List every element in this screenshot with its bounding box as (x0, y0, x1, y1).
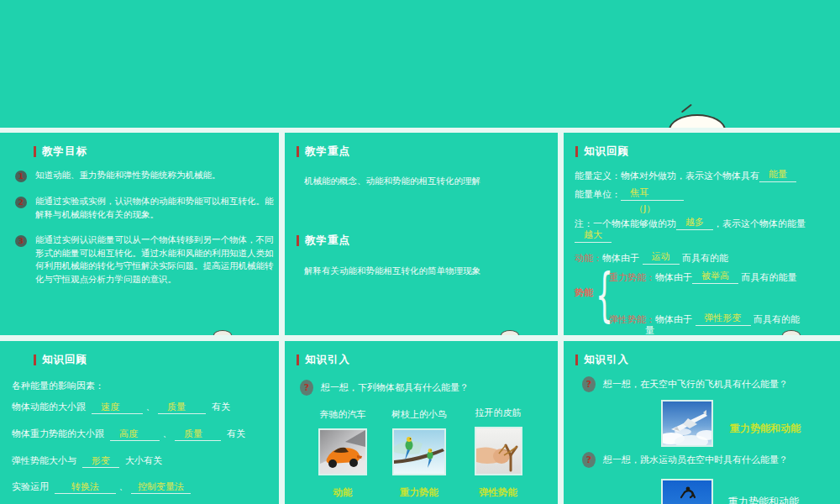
objective-item: 能通过实验或实例，认识物体的动能和势能可以相互转化。能解释与机械能转化有关的现象… (35, 195, 274, 221)
numbered-bullet: 3 (15, 235, 27, 247)
method-line: 实验运用 转换法 、 控制变量法 (12, 480, 268, 494)
question-row: ? 想一想，跳水运动员在空中时具有什么能量？ (582, 452, 788, 468)
car-photo (318, 428, 367, 475)
gravity-line: 重力势能： 物体由于 被举高 而具有的能量 (609, 270, 797, 284)
object-card-slingshot: 拉开的皮筋 弹性势能 (458, 407, 538, 499)
elastic-factors-line: 弹性势能大小与 形变 大小有关 (12, 454, 264, 468)
slide-teaching-objectives[interactable]: 教学目标 1 知道动能、重力势能和弹性势能统称为机械能。 2 能通过实验或实例，… (0, 133, 279, 335)
fill-in-answer: 高度 (110, 428, 160, 441)
objective-item: 能通过实例认识能量可以从一个物体转移到另一个物体，不同形式的能量可以相互转化。通… (35, 234, 274, 286)
title-accent-bar (575, 354, 578, 365)
keypoint-text: 解释有关动能和势能相互转化的简单物理现象 (304, 265, 548, 278)
gravity-term: 重力势能： (609, 271, 655, 284)
fill-in-answer: 弹性形变 (696, 312, 751, 326)
fill-in-answer: 转换法 (55, 481, 116, 494)
title-accent-bar (575, 146, 578, 157)
slide-title: 知识引入 (297, 353, 350, 367)
slide-title-partial[interactable] (0, 0, 840, 128)
question-row: ? 想一想，下列物体都具有什么能量？ (300, 380, 469, 396)
kinetic-factors-line: 物体动能的大小跟 速度 、 质量 有关 (12, 401, 264, 414)
question-mark-icon: ? (300, 380, 313, 396)
cartoon-doodle-tip (782, 330, 801, 335)
slide-teaching-keypoints[interactable]: 教学重点 机械能的概念、动能和势能的相互转化的理解 教学重点 解释有关动能和势能… (285, 133, 558, 335)
fill-in-answer: 被举高 (692, 270, 738, 284)
numbered-bullet: 2 (15, 197, 27, 208)
cartoon-doodle-stem (681, 104, 692, 113)
slide-knowledge-review-factors[interactable]: 知识回顾 各种能量的影响因素： 物体动能的大小跟 速度 、 质量 有关 物体重力… (0, 341, 279, 504)
fill-in-answer: 质量 (175, 428, 221, 441)
fill-in-answer: 越大 (575, 228, 612, 243)
fill-in-answer: 质量 (158, 402, 206, 414)
elastic-line-wrap: 量 (645, 324, 654, 335)
elastic-line: 弹性势能： 物体由于 弹性形变 而具有的能 (609, 312, 800, 326)
cartoon-doodle-top (669, 114, 726, 128)
cartoon-doodle-tip (213, 330, 232, 335)
answer-label: 动能 (333, 486, 353, 499)
title-accent-bar (34, 146, 36, 157)
slingshot-photo (475, 427, 522, 475)
question-mark-icon: ? (582, 376, 596, 392)
title-accent-bar (297, 235, 299, 246)
diver-photo (661, 479, 713, 504)
object-card-car: 奔驰的汽车 动能 (302, 408, 384, 499)
title-accent-bar (297, 354, 299, 365)
title-accent-bar (297, 146, 299, 157)
numbered-bullet: 1 (15, 171, 27, 182)
answer-label: 重力势能和动能 (730, 422, 801, 436)
slide-knowledge-review-energy[interactable]: 知识回顾 能量定义：物体对外做功，表示这个物体具有 能量 能量单位： 焦耳 （J… (564, 133, 840, 335)
keypoint-text: 机械能的概念、动能和势能的相互转化的理解 (304, 175, 548, 188)
fill-in-answer: 能量 (759, 168, 796, 182)
objective-item: 知道动能、重力势能和弹性势能统称为机械能。 (35, 169, 274, 182)
cartoon-doodle-tip (501, 330, 519, 335)
fill-in-answer: 控制变量法 (131, 481, 191, 494)
question-mark-icon: ? (582, 452, 596, 468)
birds-photo (392, 428, 446, 475)
answer-label: 重力势能和动能 (728, 495, 799, 504)
note-line-2: 越大 (575, 228, 612, 243)
unit-symbol: （J） (634, 202, 655, 215)
gravity-factors-line: 物体重力势能的大小跟 高度 、 质量 有关 (12, 428, 265, 441)
answer-label: 重力势能 (400, 486, 438, 499)
fill-in-answer: 越多 (676, 216, 713, 230)
factors-intro: 各种能量的影响因素： (12, 380, 104, 393)
definition-line: 能量定义：物体对外做功，表示这个物体具有 能量 (575, 168, 796, 182)
fill-in-answer: 速度 (92, 402, 143, 414)
title-accent-bar (34, 354, 36, 365)
slide-title: 教学目标 (34, 144, 87, 159)
fill-in-answer: 形变 (82, 455, 119, 468)
answer-label: 弹性势能 (479, 486, 517, 499)
slide-title: 教学重点 (297, 234, 350, 248)
slide-knowledge-intro-objects[interactable]: 知识引入 ? 想一想，下列物体都具有什么能量？ 奔驰的汽车 动能 树枝 (285, 341, 558, 504)
slide-title: 知识引入 (575, 353, 629, 367)
fill-in-answer: 焦耳 (621, 186, 684, 201)
unit-line: 能量单位： 焦耳 (575, 186, 684, 201)
slide-title: 教学重点 (297, 144, 350, 159)
question-row: ? 想一想，在天空中飞行的飞机具有什么能量？ (582, 376, 788, 392)
fill-in-answer: 运动 (643, 250, 680, 265)
object-card-birds: 树枝上的小鸟 (375, 408, 463, 499)
potential-term: 势能 (575, 286, 593, 299)
airplane-photo (661, 400, 713, 447)
slide-title: 知识回顾 (34, 353, 87, 367)
slide-title: 知识回顾 (575, 144, 629, 159)
slide-knowledge-intro-flight[interactable]: 知识引入 ? 想一想，在天空中飞行的飞机具有什么能量？ 重力势能和动能 ? (564, 341, 840, 504)
